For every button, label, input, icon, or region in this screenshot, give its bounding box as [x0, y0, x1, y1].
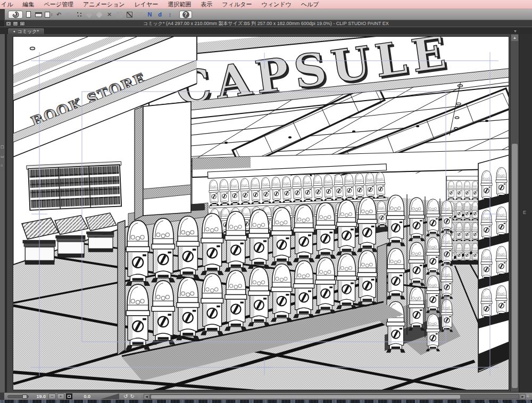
- rotate-cw-button[interactable]: ↻: [130, 393, 134, 399]
- menu-bar: イル 編集 ページ管理 アニメーション レイヤー 選択範囲 表示 フィルター ウ…: [0, 0, 532, 9]
- help-button[interactable]: ?: [179, 11, 192, 19]
- vertical-scroll-thumb[interactable]: [512, 144, 518, 388]
- palette-divider: [5, 34, 7, 392]
- vertical-scrollbar[interactable]: ▲: [510, 34, 519, 391]
- zoom-slider-handle[interactable]: [22, 394, 27, 399]
- command-bar: ↕ ↶ ↷ ✕ N d ↕ ?: [0, 9, 532, 20]
- scroll-up-button[interactable]: ▲: [511, 35, 518, 41]
- window-edge: [0, 9, 5, 20]
- selection-launcher-button[interactable]: [135, 11, 144, 19]
- zoom-out-button[interactable]: −: [48, 393, 56, 399]
- undo-button[interactable]: ↶: [54, 11, 63, 19]
- zoom-slider[interactable]: [7, 395, 29, 398]
- marquee-icon: [137, 12, 143, 17]
- close-window-button[interactable]: ✕: [6, 21, 11, 26]
- menu-edit[interactable]: 編集: [18, 1, 39, 9]
- document-title: コミック* (A4 297.00 x 210.00mm 製本サイズ:B5 判 2…: [0, 20, 532, 27]
- tool-icon: ▭: [1, 154, 4, 159]
- rotate-value: 0.0: [79, 394, 90, 399]
- canvas-artwork: CAPSULE CAPSULE BOOK STORE BOOK STORE: [13, 37, 509, 390]
- desktop-wallpaper: [0, 400, 532, 403]
- clip-studio-window: イル 編集 ページ管理 アニメーション レイヤー 選択範囲 表示 フィルター ウ…: [0, 0, 532, 403]
- pillar: [135, 102, 191, 220]
- modified-bullet: ●: [13, 30, 15, 33]
- scroll-left-button[interactable]: ◀: [144, 394, 149, 399]
- menu-filter[interactable]: フィルター: [217, 1, 256, 9]
- question-icon: ?: [182, 11, 189, 18]
- zoom-value: 19.0: [34, 394, 46, 399]
- tool-icon: ▢: [1, 145, 4, 149]
- menu-view[interactable]: 表示: [196, 1, 217, 9]
- scroll-right-button[interactable]: ▶: [520, 394, 526, 399]
- ruler-2-button[interactable]: [125, 11, 134, 19]
- reset-view-button[interactable]: ☼: [137, 393, 142, 399]
- scatter-dots-icon: [77, 12, 82, 17]
- ruler-slash-dark-icon: [127, 12, 132, 18]
- horizontal-scroll-thumb[interactable]: [151, 395, 460, 399]
- canvas-workspace: ▢ ▭ ○: [0, 34, 532, 392]
- swap-updown-button[interactable]: ↕: [165, 11, 174, 19]
- snap-shape-button[interactable]: [85, 11, 94, 19]
- pen-n-button[interactable]: N: [145, 11, 154, 19]
- ruler-slash-icon: [117, 12, 122, 18]
- menu-animation[interactable]: アニメーション: [78, 1, 130, 9]
- ruler-1-button[interactable]: [115, 11, 124, 19]
- new-file-button[interactable]: [24, 11, 33, 19]
- menu-file-partial[interactable]: イル: [0, 1, 18, 9]
- fill-icon: [96, 11, 103, 18]
- rotate-slider[interactable]: [100, 393, 119, 399]
- save-icon: [45, 12, 50, 18]
- resize-grip-icon[interactable]: ≡: [527, 394, 531, 399]
- save-file-button[interactable]: ↕: [44, 11, 53, 19]
- maximize-window-button[interactable]: ▢: [20, 21, 25, 26]
- transform-button[interactable]: ✕: [105, 11, 114, 19]
- document-title-bar: ✕ — ▢ コミック* (A4 297.00 x 210.00mm 製本サイズ:…: [0, 20, 532, 27]
- collapsed-tool-palette[interactable]: ▢ ▭ ○: [0, 34, 5, 392]
- open-file-button[interactable]: [34, 11, 43, 19]
- diamond-icon: [86, 11, 93, 18]
- menu-window[interactable]: ウィンドウ: [256, 1, 296, 9]
- menu-page-manage[interactable]: ページ管理: [39, 1, 79, 9]
- redo-button[interactable]: ↷: [64, 11, 73, 19]
- right-panel-letter: E: [523, 210, 526, 215]
- clip-studio-logo-button[interactable]: [8, 11, 23, 19]
- save-updown-icon: ↕: [51, 12, 53, 17]
- horizontal-scrollbar[interactable]: [150, 394, 519, 399]
- zoom-in-button[interactable]: +: [57, 393, 64, 399]
- fill-tool-button[interactable]: [95, 11, 104, 19]
- minimize-window-button[interactable]: —: [13, 21, 18, 26]
- pen-d-button[interactable]: d: [155, 11, 164, 19]
- menu-selection[interactable]: 選択範囲: [163, 1, 196, 9]
- fit-to-screen-button[interactable]: [66, 393, 72, 399]
- document-canvas[interactable]: CAPSULE CAPSULE BOOK STORE BOOK STORE: [13, 36, 509, 390]
- window-edge: [0, 393, 4, 400]
- open-folder-icon: [35, 12, 42, 17]
- tab-list-caret-icon[interactable]: ▼: [513, 29, 517, 33]
- new-file-icon: [26, 11, 31, 18]
- menu-help[interactable]: ヘルプ: [296, 1, 324, 9]
- rotate-ccw-button[interactable]: ↺: [123, 393, 128, 399]
- magnifier-icon: ○: [1, 163, 3, 167]
- window-edge: [0, 20, 4, 27]
- document-tab-bar: ● コミック* ▼: [0, 27, 532, 34]
- right-panel-sliver: E: [519, 34, 532, 392]
- clip-studio-logo-icon: [12, 11, 19, 18]
- status-bar: 19.0 − + 0.0 ↺ ↻ ☼ ◀ ▶ ≡: [0, 392, 532, 400]
- snap-scatter-button[interactable]: [74, 11, 84, 19]
- menu-layer[interactable]: レイヤー: [130, 1, 163, 9]
